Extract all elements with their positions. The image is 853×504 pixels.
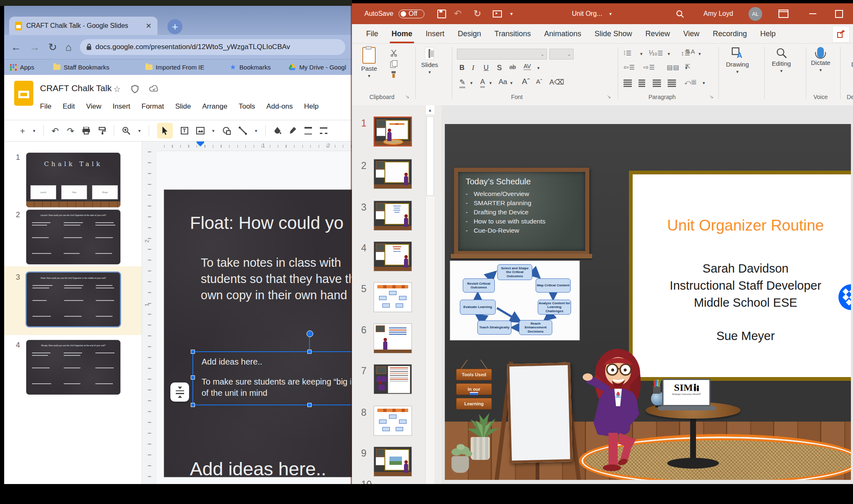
font-dialog-launcher-icon[interactable]: ↘	[607, 94, 611, 99]
text-direction-icon[interactable]: ⇅A	[685, 48, 696, 55]
minimize-button[interactable]	[809, 3, 816, 24]
slide-bottom-text[interactable]: Add ideas here..	[164, 458, 352, 480]
justify-icon[interactable]	[668, 79, 676, 81]
menu-tools[interactable]: Tools	[239, 102, 255, 111]
char-spacing-dropdown-icon[interactable]: ▾	[537, 65, 540, 71]
current-slide[interactable]: Today’s Schedule -Welcome/Overview -SMAR…	[445, 124, 851, 480]
slide-thumbnail-1[interactable]: Chalk Talk Launch Float Recap	[26, 152, 121, 208]
border-weight-icon[interactable]	[304, 127, 312, 134]
pp-thumbnail-7[interactable]	[374, 364, 412, 394]
quick-access-dropdown-icon[interactable]: ▾	[510, 3, 513, 24]
strikethrough-button[interactable]: ab	[509, 64, 516, 70]
clipboard-dialog-launcher-icon[interactable]: ↘	[405, 94, 409, 99]
decrease-indent-icon[interactable]: ⇦☰	[624, 64, 635, 71]
paste-button[interactable]: Paste ▾	[361, 47, 377, 79]
print-icon[interactable]	[82, 127, 90, 134]
menu-slide[interactable]: Slide	[175, 102, 191, 111]
tab-help[interactable]: Help	[753, 24, 782, 43]
slides-button[interactable]: Slides ▾	[421, 47, 438, 75]
bookmark-apps[interactable]: Apps	[10, 64, 34, 71]
document-title[interactable]: CRAFT Chalk Talk	[40, 83, 112, 93]
paint-format-icon[interactable]	[98, 127, 106, 134]
bookmark-staff-bookmarks[interactable]: Staff Bookmarks	[53, 64, 110, 71]
title-card[interactable]: Unit Organizer Routine Sarah Davidson In…	[629, 171, 851, 381]
resize-handle[interactable]	[307, 350, 312, 354]
font-name-combobox[interactable]: ⌄	[457, 49, 547, 60]
secure-lock-icon[interactable]	[87, 46, 91, 50]
menu-format[interactable]: Format	[142, 102, 164, 111]
sim-cycle-diagram[interactable]: Select and Shape the Critical Outcomes M…	[450, 261, 580, 340]
pp-thumbnail-6[interactable]	[374, 323, 412, 353]
character-spacing-button[interactable]: AV	[524, 63, 531, 70]
start-slideshow-icon[interactable]	[493, 3, 502, 24]
selected-text-box[interactable]: Add ideas here.. To make sure students a…	[192, 351, 352, 405]
tab-design[interactable]: Design	[451, 24, 488, 43]
align-right-icon[interactable]	[653, 79, 661, 81]
text-autofit-button[interactable]	[170, 382, 189, 402]
resize-handle[interactable]	[191, 375, 195, 380]
convert-smartart-icon[interactable]: ⤺▦	[684, 79, 696, 86]
underline-button[interactable]: U	[484, 64, 489, 72]
text-box-tool-icon[interactable]: T	[181, 127, 188, 134]
align-left-icon[interactable]	[624, 79, 632, 81]
vertical-ruler[interactable]: 2 1	[142, 142, 157, 484]
tab-close-icon[interactable]: ✕	[146, 22, 152, 30]
tab-insert[interactable]: Insert	[419, 24, 451, 43]
menu-edit[interactable]: Edit	[62, 102, 75, 111]
user-name[interactable]: Amy Loyd	[703, 3, 733, 24]
italic-button[interactable]: I	[472, 64, 474, 72]
border-color-icon[interactable]	[289, 127, 297, 135]
redo-icon[interactable]: ↷	[67, 127, 74, 135]
pp-thumbnail-1-selected[interactable]	[374, 117, 412, 146]
numbering-dropdown-icon[interactable]: ▾	[668, 51, 670, 57]
redo-icon[interactable]: ↻	[474, 3, 481, 24]
resize-handle[interactable]	[307, 403, 312, 407]
highlight-dropdown-icon[interactable]: ▾	[470, 80, 473, 86]
horizontal-ruler[interactable]: 1 2	[157, 142, 352, 151]
thumbnail-scrollbar[interactable]: ▲	[425, 105, 434, 484]
tab-view[interactable]: View	[677, 24, 706, 43]
tab-slide-show[interactable]: Slide Show	[588, 24, 639, 43]
dictate-dropdown-icon[interactable]: ▾	[820, 67, 822, 73]
menu-view[interactable]: View	[86, 102, 102, 111]
dictate-button[interactable]: Dictate ▾	[811, 47, 831, 73]
insert-image-icon[interactable]	[196, 127, 205, 134]
forward-icon[interactable]: →	[30, 42, 40, 52]
slide-title-text[interactable]: Float: How could yo	[190, 213, 344, 233]
slide-thumbnail-3-selected[interactable]: Float: How could you use the Unit Organi…	[26, 272, 121, 327]
address-bar[interactable]: docs.google.com/presentation/d/12WtoS_yW…	[80, 39, 345, 55]
design-ideas-button[interactable]: Design Ideas	[844, 47, 853, 74]
new-tab-button[interactable]: +	[167, 19, 182, 34]
copy-icon[interactable]	[390, 60, 397, 67]
cloud-saved-icon[interactable]	[149, 85, 159, 93]
save-button[interactable]	[437, 3, 446, 24]
user-avatar[interactable]: AL	[748, 3, 762, 24]
bold-button[interactable]: B	[459, 64, 464, 72]
current-slide[interactable]: Float: How could yo To take notes in cla…	[164, 190, 352, 477]
line-dropdown-icon[interactable]: ▾	[255, 128, 257, 134]
menu-arrange[interactable]: Arrange	[202, 102, 227, 111]
scrollbar-thumb[interactable]	[426, 116, 434, 196]
scroll-up-icon[interactable]: ▲	[426, 105, 434, 115]
change-case-button[interactable]: Aa	[499, 78, 507, 86]
slide-body-text[interactable]: To take notes in class with students so …	[201, 255, 352, 303]
increase-indent-icon[interactable]: ⇨☰	[643, 64, 655, 71]
align-text-icon[interactable]: ⇱	[685, 63, 691, 70]
new-slide-button[interactable]: +	[20, 127, 25, 135]
line-spacing-dropdown-icon[interactable]: ▾	[698, 51, 701, 57]
pp-thumbnail-4[interactable]	[374, 241, 412, 271]
editing-dropdown-icon[interactable]: ▾	[780, 68, 783, 74]
text-shadow-button[interactable]: S	[497, 64, 501, 72]
tab-transitions[interactable]: Transitions	[488, 24, 537, 43]
schedule-blackboard[interactable]: Today’s Schedule -Welcome/Overview -SMAR…	[454, 168, 589, 255]
resize-handle[interactable]	[191, 403, 195, 407]
paste-dropdown-icon[interactable]: ▾	[368, 73, 370, 79]
rotation-handle[interactable]	[307, 330, 313, 337]
border-dash-icon[interactable]	[320, 127, 327, 134]
image-dropdown-icon[interactable]: ▾	[212, 128, 215, 134]
new-slide-dropdown-icon[interactable]: ▾	[33, 128, 35, 134]
reload-icon[interactable]: ↻	[48, 42, 57, 52]
cut-icon[interactable]	[390, 50, 397, 57]
clear-formatting-button[interactable]: A⌫	[549, 78, 564, 87]
tab-review[interactable]: Review	[639, 24, 677, 43]
